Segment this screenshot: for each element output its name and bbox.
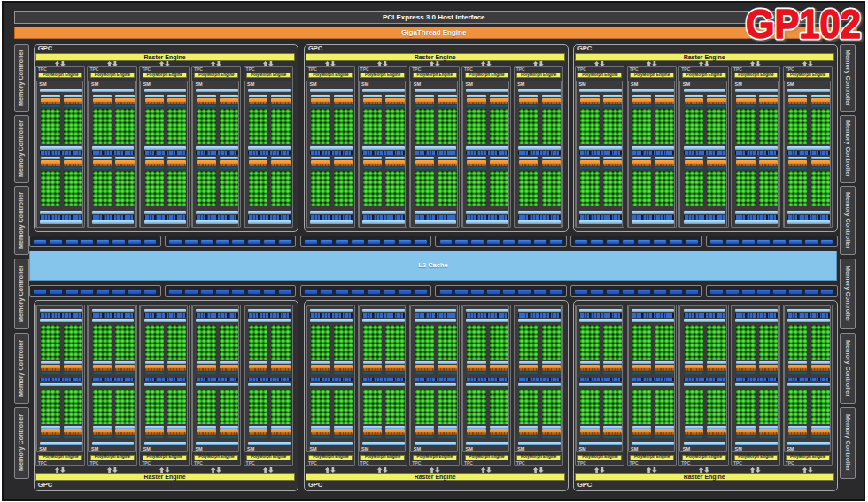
svg-text:GP102: GP102 [746, 1, 861, 46]
